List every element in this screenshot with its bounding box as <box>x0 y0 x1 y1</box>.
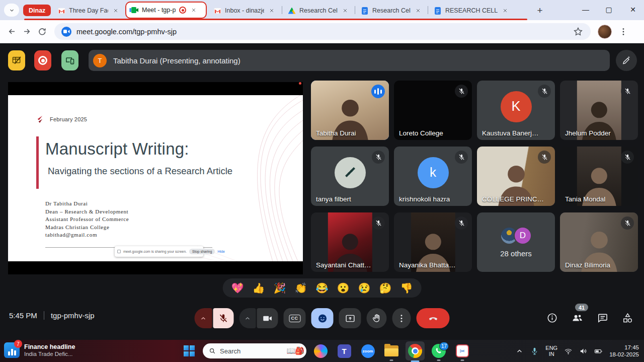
tab-gmail-inbox[interactable]: Inbox - dinazjeej <box>209 3 280 18</box>
reaction-thinking[interactable]: 🤔 <box>379 283 391 293</box>
tab-drive[interactable]: Research Cell - G <box>284 3 353 18</box>
others-letter-avatar: D <box>514 227 532 245</box>
reaction-surprised[interactable]: 😮 <box>337 283 349 293</box>
tab-close-icon[interactable] <box>190 6 198 14</box>
tab-close-icon[interactable] <box>268 7 276 15</box>
url-text: meet.google.com/tgp-pmhv-sjp <box>76 28 568 36</box>
mic-muted-icon <box>621 85 634 98</box>
captions-button[interactable]: CC <box>284 308 306 328</box>
app-file-explorer[interactable] <box>382 340 401 362</box>
window-maximize-button[interactable]: ▢ <box>598 0 620 19</box>
reload-button[interactable] <box>34 24 49 39</box>
reaction-cry[interactable]: 😢 <box>358 283 370 293</box>
back-button[interactable] <box>4 24 19 39</box>
participant-tile[interactable]: Nayanika Bhatta… <box>394 212 472 272</box>
slide-subtitle: Navigating the sections of a Research Ar… <box>48 166 232 177</box>
reactions-toggle-button[interactable] <box>311 308 334 328</box>
new-tab-button[interactable]: + <box>533 4 546 17</box>
tab-docs-2[interactable]: RESEARCH CELL <box>430 3 526 18</box>
annotate-pen-button[interactable] <box>616 50 637 71</box>
mic-muted-icon <box>455 151 468 164</box>
reaction-party[interactable]: 🎉 <box>274 283 286 293</box>
reaction-laugh[interactable]: 😂 <box>316 283 329 293</box>
shared-screen-area[interactable]: February 2025 Manuscript Writing: Naviga… <box>8 82 303 274</box>
browser-menu-icon[interactable] <box>617 25 630 38</box>
participant-name: Loreto College <box>399 129 443 137</box>
tab-close-icon[interactable] <box>501 7 509 15</box>
chrome-icon <box>408 344 422 358</box>
reaction-thumbs-up[interactable]: 👍 <box>253 283 265 293</box>
wifi-icon[interactable] <box>564 347 573 355</box>
reaction-heart[interactable]: 💖 <box>231 283 244 293</box>
mic-toggle-button[interactable] <box>213 308 234 328</box>
raise-hand-button[interactable] <box>367 308 387 328</box>
hide-banner-button[interactable]: Hide <box>217 250 224 253</box>
others-tile[interactable]: D 28 others <box>477 212 555 272</box>
leave-call-button[interactable] <box>417 308 450 328</box>
forward-button[interactable] <box>19 24 34 39</box>
more-options-button[interactable] <box>392 308 411 328</box>
participant-tile[interactable]: Tania Mondal <box>560 147 638 206</box>
stop-sharing-button[interactable]: Stop sharing <box>189 249 215 254</box>
app-teams[interactable]: T <box>335 340 354 362</box>
clock[interactable]: 17:45 18-02-2025 <box>609 344 639 358</box>
mic-options-chevron[interactable] <box>195 308 212 328</box>
participant-grid: Tabitha Durai Loreto College K Kaustuva … <box>311 81 638 272</box>
tray-date: 18-02-2025 <box>609 351 639 358</box>
tab-docs-1[interactable]: Research Cell - W <box>357 3 426 18</box>
participant-tile[interactable]: tanya filbert <box>311 147 389 206</box>
meeting-details-icon[interactable] <box>545 311 558 324</box>
activities-icon[interactable] <box>621 311 634 324</box>
tray-mic-icon[interactable] <box>530 347 539 355</box>
address-bar[interactable]: meet.google.com/tgp-pmhv-sjp <box>54 23 591 40</box>
reaction-clap[interactable]: 👏 <box>295 283 307 293</box>
language-indicator[interactable]: ENG IN <box>545 345 557 357</box>
reaction-thumbs-down[interactable]: 👎 <box>400 283 413 293</box>
app-zoom[interactable]: zoom <box>358 340 377 362</box>
companion-devices-button[interactable] <box>61 50 78 70</box>
widgets-button[interactable]: 7 Finance headline India Trade Defic... <box>4 342 75 358</box>
tab-close-icon[interactable] <box>112 7 120 15</box>
tab-close-icon[interactable] <box>414 7 422 15</box>
bookmark-star-icon[interactable] <box>573 26 584 37</box>
widget-subtext: India Trade Defic... <box>24 351 75 357</box>
taskbar-search[interactable]: Search 📖🎒 <box>203 343 306 358</box>
tab-meet-active[interactable]: Meet - tgp-p <box>125 2 207 19</box>
tab-search-button[interactable] <box>4 4 19 17</box>
app-copilot[interactable] <box>311 340 330 362</box>
volume-icon[interactable] <box>579 347 588 355</box>
window-minimize-button[interactable]: — <box>575 0 597 19</box>
tanya-logo-icon <box>342 165 358 181</box>
participant-avatar <box>335 157 366 188</box>
chat-panel-icon[interactable] <box>596 311 609 324</box>
participant-tile[interactable]: k krishnokoli hazra <box>394 147 472 206</box>
tray-chevron-icon[interactable] <box>515 347 524 355</box>
camera-toggle-button[interactable] <box>257 308 278 328</box>
browser-tab-strip: Dinaz Three Day Facult Meet - tgp-p Inbo… <box>0 0 644 20</box>
present-screen-button[interactable] <box>339 308 361 328</box>
app-whatsapp[interactable]: 17 <box>429 340 448 362</box>
participant-tile[interactable]: COLLEGE PRINC… <box>477 147 555 206</box>
participant-tile[interactable]: Dinaz Bilimoria <box>560 212 638 272</box>
participant-tile[interactable]: Jhelum Podder <box>560 81 638 140</box>
tab-gmail-faculty[interactable]: Three Day Facult <box>53 3 124 18</box>
recording-indicator[interactable] <box>34 50 51 70</box>
camera-options-chevron[interactable] <box>239 308 256 328</box>
annotation-grid-button[interactable] <box>8 50 25 70</box>
participant-tile[interactable]: Sayantani Chatt… <box>311 212 389 272</box>
participant-tile[interactable]: K Kaustuva Banerj… <box>477 81 555 140</box>
system-tray: ENG IN 17:45 18-02-2025 <box>515 340 639 362</box>
search-highlight-icon: 📖🎒 <box>287 346 303 355</box>
start-button[interactable] <box>180 342 198 360</box>
tab-close-icon[interactable] <box>341 7 349 15</box>
app-snipping-tool[interactable]: ✂ <box>453 340 472 362</box>
battery-icon[interactable] <box>594 347 603 355</box>
participant-tile[interactable]: Tabitha Durai <box>311 81 389 140</box>
window-close-button[interactable]: ✕ <box>622 0 644 19</box>
participant-tile[interactable]: Loreto College <box>394 81 472 140</box>
people-panel-icon[interactable]: 41 <box>571 311 584 324</box>
tab-group-label[interactable]: Dinaz <box>23 5 51 16</box>
mic-muted-icon <box>455 216 468 230</box>
app-chrome[interactable] <box>406 341 425 360</box>
browser-profile-avatar[interactable] <box>598 25 612 39</box>
